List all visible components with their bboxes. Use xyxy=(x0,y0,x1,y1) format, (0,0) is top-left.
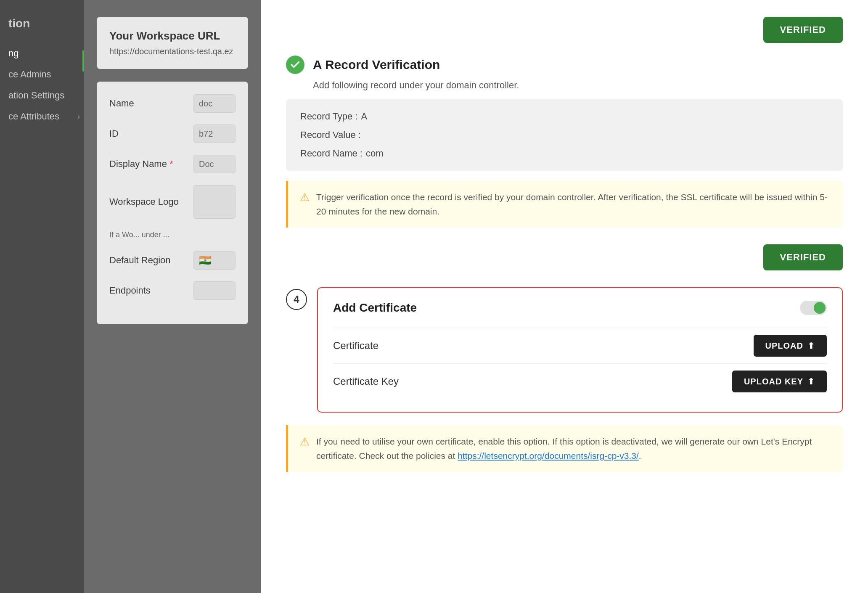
workspace-logo-label: Workspace Logo xyxy=(109,196,193,207)
form-row-endpoints: Endpoints xyxy=(109,281,236,300)
record-name-row: Record Name : com xyxy=(300,148,828,159)
upload-key-icon: ⬆ xyxy=(807,376,815,387)
region-flag-icon: 🇮🇳 xyxy=(199,254,212,266)
step-4-container: 4 Add Certificate Certificate UPLOAD ⬆ C… xyxy=(286,287,843,413)
a-record-title: A Record Verification xyxy=(313,58,440,72)
sidebar-item-ce-admins[interactable]: ce Admins xyxy=(0,64,84,85)
workspace-url-title: Your Workspace URL xyxy=(109,29,236,42)
upload-label: UPLOAD xyxy=(765,341,803,351)
record-type-label: Record Type : xyxy=(300,111,358,122)
name-label: Name xyxy=(109,98,193,109)
certificate-key-label: Certificate Key xyxy=(333,376,399,387)
certificate-header: Add Certificate xyxy=(333,301,827,315)
upload-key-label: UPLOAD KEY xyxy=(744,377,803,387)
record-type-row: Record Type : A xyxy=(300,111,828,122)
verified-button-bottom[interactable]: VERIFIED xyxy=(763,244,843,270)
warning-icon: ⚠ xyxy=(300,191,310,204)
sidebar-title-partial: tion xyxy=(0,13,84,34)
id-input[interactable]: b72 xyxy=(193,124,236,143)
verified-button-top[interactable]: VERIFIED xyxy=(763,17,843,43)
name-input[interactable]: doc xyxy=(193,94,236,113)
upload-certificate-button[interactable]: UPLOAD ⬆ xyxy=(754,335,827,357)
certificate-warning-box: ⚠ If you need to utilise your own certif… xyxy=(286,425,843,472)
check-circle-icon xyxy=(286,56,304,74)
default-region-label: Default Region xyxy=(109,255,193,266)
toggle-container[interactable] xyxy=(800,301,827,315)
cert-warning-icon: ⚠ xyxy=(300,435,310,448)
display-name-label: Display Name * xyxy=(109,159,193,169)
a-record-header: A Record Verification xyxy=(286,56,843,74)
record-name-label: Record Name : xyxy=(300,148,363,159)
record-type-value: A xyxy=(361,111,368,122)
form-row-display-name: Display Name * Doc xyxy=(109,155,236,173)
certificate-box: Add Certificate Certificate UPLOAD ⬆ Cer… xyxy=(317,287,843,413)
record-value-row: Record Value : xyxy=(300,130,828,140)
form-row-name: Name doc xyxy=(109,94,236,113)
workspace-logo-note: If a Wo... under ... xyxy=(109,230,236,239)
certificate-row: Certificate UPLOAD ⬆ xyxy=(333,328,827,363)
add-certificate-toggle[interactable] xyxy=(800,301,827,315)
left-panel: tion ng ce Admins ation Settings ce Attr… xyxy=(0,0,261,593)
upload-icon: ⬆ xyxy=(807,341,815,351)
a-record-warning-box: ⚠ Trigger verification once the record i… xyxy=(286,181,843,228)
form-row-workspace-logo: Workspace Logo xyxy=(109,185,236,219)
toggle-knob xyxy=(814,302,826,314)
form-section: Name doc ID b72 Display Name * Doc Works… xyxy=(97,82,248,324)
right-panel: VERIFIED A Record Verification Add follo… xyxy=(261,0,868,593)
a-record-section: A Record Verification Add following reco… xyxy=(286,56,843,228)
record-info-box: Record Type : A Record Value : Record Na… xyxy=(286,99,843,171)
certificate-title: Add Certificate xyxy=(333,301,417,315)
endpoints-input[interactable] xyxy=(193,281,236,300)
letsencrypt-link[interactable]: https://letsencrypt.org/documents/isrg-c… xyxy=(458,451,639,461)
left-content: Your Workspace URL https://documentation… xyxy=(84,0,261,341)
form-row-default-region: Default Region 🇮🇳 xyxy=(109,251,236,270)
warning-text: Trigger verification once the record is … xyxy=(316,190,831,218)
certificate-warning-text: If you need to utilise your own certific… xyxy=(316,434,831,463)
id-label: ID xyxy=(109,128,193,139)
sidebar-item-ng[interactable]: ng xyxy=(0,43,84,64)
default-region-input[interactable]: 🇮🇳 xyxy=(193,251,236,270)
upload-key-button[interactable]: UPLOAD KEY ⬆ xyxy=(732,371,827,392)
top-verified-btn-container: VERIFIED xyxy=(286,17,843,43)
chevron-right-icon: › xyxy=(77,112,80,121)
record-value-label: Record Value : xyxy=(300,130,361,140)
sidebar-item-ce-attributes[interactable]: ce Attributes › xyxy=(0,106,84,127)
a-record-subtitle: Add following record under your domain c… xyxy=(313,80,843,91)
bottom-verified-btn-container: VERIFIED xyxy=(286,244,843,270)
sidebar-item-ation-settings[interactable]: ation Settings xyxy=(0,85,84,106)
workspace-logo-input[interactable] xyxy=(193,185,236,219)
certificate-label: Certificate xyxy=(333,340,378,352)
certificate-key-row: Certificate Key UPLOAD KEY ⬆ xyxy=(333,363,827,399)
record-name-value: com xyxy=(366,148,384,159)
step-number: 4 xyxy=(286,289,307,310)
workspace-url-value: https://documentations-test.qa.ez xyxy=(109,47,236,56)
display-name-input[interactable]: Doc xyxy=(193,155,236,173)
sidebar: tion ng ce Admins ation Settings ce Attr… xyxy=(0,0,84,593)
endpoints-label: Endpoints xyxy=(109,285,193,296)
form-row-id: ID b72 xyxy=(109,124,236,143)
workspace-url-section: Your Workspace URL https://documentation… xyxy=(97,17,248,69)
